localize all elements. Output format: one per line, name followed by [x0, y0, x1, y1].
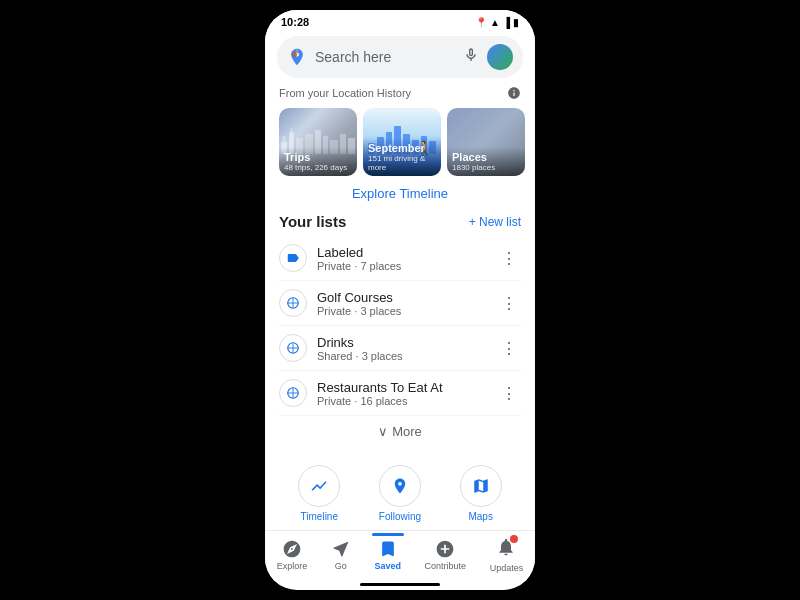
trips-card[interactable]: Trips 48 trips, 226 days — [279, 108, 357, 176]
restaurants-name: Restaurants To Eat At — [317, 380, 487, 395]
labeled-name: Labeled — [317, 245, 487, 260]
nav-go[interactable]: Go — [331, 539, 351, 571]
labeled-icon — [279, 244, 307, 272]
contribute-icon — [435, 539, 455, 559]
lists-container: Labeled Private · 7 places ⋮ Golf Course… — [265, 236, 535, 457]
maps-action-label: Maps — [468, 511, 492, 522]
saved-active-bar — [372, 533, 404, 536]
list-item-drinks[interactable]: Drinks Shared · 3 places ⋮ — [279, 326, 521, 371]
info-icon — [507, 86, 521, 100]
restaurants-more-button[interactable]: ⋮ — [497, 382, 521, 405]
labeled-more-button[interactable]: ⋮ — [497, 247, 521, 270]
new-list-button[interactable]: + New list — [469, 215, 521, 229]
trips-subtitle: 48 trips, 226 days — [284, 163, 352, 172]
list-item-golf[interactable]: Golf Courses Private · 3 places ⋮ — [279, 281, 521, 326]
phone-frame: 10:28 📍 ▲ ▐ ▮ Search here — [265, 10, 535, 590]
status-bar: 10:28 📍 ▲ ▐ ▮ — [265, 10, 535, 30]
location-icon: 📍 — [475, 17, 487, 28]
following-action-icon — [379, 465, 421, 507]
saved-icon — [378, 539, 398, 559]
status-icons: 📍 ▲ ▐ ▮ — [475, 17, 519, 28]
quick-actions: Timeline Following Maps — [265, 457, 535, 530]
explore-label: Explore — [277, 561, 308, 571]
september-title: September — [368, 142, 436, 154]
drinks-more-button[interactable]: ⋮ — [497, 337, 521, 360]
september-subtitle: 151 mi driving & more — [368, 154, 436, 172]
drinks-info: Drinks Shared · 3 places — [317, 335, 487, 362]
more-button[interactable]: ∨ More — [279, 416, 521, 447]
drinks-icon — [279, 334, 307, 362]
your-lists-title: Your lists — [279, 213, 346, 230]
timeline-action-icon — [298, 465, 340, 507]
nav-updates[interactable]: Updates — [490, 537, 524, 573]
explore-icon — [282, 539, 302, 559]
wifi-icon: ▲ — [490, 17, 500, 28]
nav-explore[interactable]: Explore — [277, 539, 308, 571]
your-lists-header: Your lists + New list — [265, 209, 535, 236]
timeline-cards: Trips 48 trips, 226 days 🚶 September 151… — [265, 104, 535, 182]
maps-action-icon — [460, 465, 502, 507]
timeline-action[interactable]: Timeline — [298, 465, 340, 522]
maps-logo-icon — [287, 47, 307, 67]
nav-contribute[interactable]: Contribute — [425, 539, 467, 571]
updates-badge — [510, 535, 518, 543]
following-action[interactable]: Following — [379, 465, 421, 522]
places-card[interactable]: Places 1830 places — [447, 108, 525, 176]
battery-icon: ▮ — [513, 17, 519, 28]
labeled-info: Labeled Private · 7 places — [317, 245, 487, 272]
saved-label: Saved — [374, 561, 401, 571]
drinks-name: Drinks — [317, 335, 487, 350]
time: 10:28 — [281, 16, 309, 28]
explore-timeline-button[interactable]: Explore Timeline — [265, 182, 535, 209]
mic-icon[interactable] — [463, 47, 479, 67]
trips-card-overlay: Trips 48 trips, 226 days — [279, 147, 357, 176]
search-bar-wrapper: Search here — [265, 30, 535, 84]
golf-name: Golf Courses — [317, 290, 487, 305]
september-card[interactable]: 🚶 September 151 mi driving & more — [363, 108, 441, 176]
avatar[interactable] — [487, 44, 513, 70]
updates-label: Updates — [490, 563, 524, 573]
home-indicator — [360, 583, 440, 586]
go-icon — [331, 539, 351, 559]
september-card-overlay: September 151 mi driving & more — [363, 138, 441, 176]
restaurants-info: Restaurants To Eat At Private · 16 place… — [317, 380, 487, 407]
signal-icon: ▐ — [503, 17, 510, 28]
restaurants-meta: Private · 16 places — [317, 395, 487, 407]
list-item-restaurants[interactable]: Restaurants To Eat At Private · 16 place… — [279, 371, 521, 416]
maps-action[interactable]: Maps — [460, 465, 502, 522]
following-action-label: Following — [379, 511, 421, 522]
go-label: Go — [335, 561, 347, 571]
restaurants-icon — [279, 379, 307, 407]
chevron-down-icon: ∨ — [378, 424, 388, 439]
golf-meta: Private · 3 places — [317, 305, 487, 317]
places-title: Places — [452, 151, 520, 163]
location-history-label: From your Location History — [265, 84, 535, 104]
timeline-action-label: Timeline — [301, 511, 338, 522]
search-input[interactable]: Search here — [315, 49, 455, 65]
places-card-overlay: Places 1830 places — [447, 147, 525, 176]
drinks-meta: Shared · 3 places — [317, 350, 487, 362]
list-item-labeled[interactable]: Labeled Private · 7 places ⋮ — [279, 236, 521, 281]
trips-title: Trips — [284, 151, 352, 163]
bottom-nav: Explore Go Saved Contribute — [265, 530, 535, 581]
search-bar[interactable]: Search here — [277, 36, 523, 78]
golf-info: Golf Courses Private · 3 places — [317, 290, 487, 317]
places-subtitle: 1830 places — [452, 163, 520, 172]
golf-more-button[interactable]: ⋮ — [497, 292, 521, 315]
golf-icon — [279, 289, 307, 317]
nav-saved[interactable]: Saved — [374, 539, 401, 571]
labeled-meta: Private · 7 places — [317, 260, 487, 272]
contribute-label: Contribute — [425, 561, 467, 571]
